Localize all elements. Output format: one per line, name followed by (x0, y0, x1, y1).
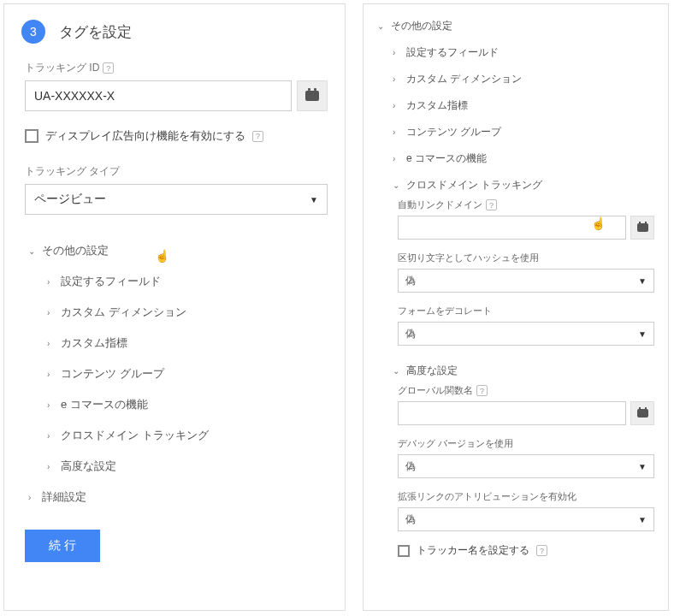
step-number-badge: 3 (21, 20, 45, 44)
global-fn-input[interactable] (398, 401, 626, 425)
tree-ecommerce[interactable]: › e コマースの機能 (25, 389, 328, 420)
tree-cross-domain[interactable]: › クロスドメイン トラッキング (25, 420, 328, 451)
chevron-right-icon: › (393, 74, 401, 84)
global-fn-label: グローバル関数名 ? (398, 384, 654, 397)
r-advanced-config[interactable]: ⌄ 高度な設定 (377, 358, 654, 384)
tracking-id-label: トラッキング ID ? (25, 61, 328, 75)
chevron-right-icon: › (47, 370, 56, 379)
r-fields-to-set[interactable]: › 設定するフィールド (377, 39, 654, 66)
display-ads-label: ディスプレイ広告向け機能を有効にする (45, 128, 245, 144)
caret-down-icon: ▼ (638, 515, 647, 524)
help-icon[interactable]: ? (486, 199, 497, 210)
auto-link-input[interactable] (398, 216, 626, 240)
caret-down-icon: ▼ (638, 329, 647, 339)
auto-link-label: 自動リンクドメイン ? (398, 198, 654, 211)
variable-picker-button[interactable] (630, 401, 654, 425)
r-cross-domain[interactable]: ⌄ クロスドメイン トラッキング (377, 172, 654, 198)
chevron-down-icon: ⌄ (377, 21, 386, 31)
settings-tree: ⌄ その他の設定 ☝ › 設定するフィールド › カスタム ディメンション › … (25, 235, 328, 512)
tree-fields-to-set[interactable]: › 設定するフィールド (25, 266, 328, 297)
caret-down-icon: ▼ (638, 276, 647, 286)
r-custom-metric[interactable]: › カスタム指標 (377, 92, 654, 119)
chevron-right-icon: › (28, 493, 37, 502)
chevron-right-icon: › (47, 308, 56, 317)
tracking-type-label: トラッキング タイプ (25, 164, 328, 179)
step-title: タグを設定 (59, 22, 132, 42)
tree-custom-dimension[interactable]: › カスタム ディメンション (25, 297, 328, 328)
variable-picker-button[interactable] (297, 80, 328, 111)
enhanced-link-select[interactable]: 偽▼ (398, 507, 654, 531)
help-icon[interactable]: ? (103, 62, 114, 74)
tracker-name-label: トラッカー名を設定する (417, 543, 529, 558)
tree-advanced-config[interactable]: › 高度な設定 (25, 451, 328, 482)
display-ads-checkbox[interactable] (25, 129, 38, 143)
left-panel: 3 タグを設定 トラッキング ID ? ディスプレイ広告向け機能を有効にする ?… (3, 3, 346, 611)
step-header: 3 タグを設定 (21, 20, 328, 44)
caret-down-icon: ▼ (638, 462, 647, 471)
brick-icon (637, 409, 648, 418)
tree-custom-metric[interactable]: › カスタム指標 (25, 328, 328, 358)
help-icon[interactable]: ? (476, 385, 488, 396)
tracking-type-select[interactable]: ページビュー ▼ (25, 184, 328, 215)
r-content-groups[interactable]: › コンテンツ グループ (377, 119, 654, 145)
debug-version-label: デバッグ バージョンを使用 (398, 437, 654, 450)
right-panel: ⌄ その他の設定 › 設定するフィールド › カスタム ディメンション › カス… (363, 3, 669, 611)
r-custom-dimension[interactable]: › カスタム ディメンション (377, 66, 654, 92)
help-icon[interactable]: ? (252, 131, 263, 142)
hash-delim-label: 区切り文字としてハッシュを使用 (398, 252, 654, 264)
tracking-id-input[interactable] (25, 80, 292, 111)
continue-button[interactable]: 続 行 (25, 530, 100, 562)
variable-picker-button[interactable] (630, 216, 654, 240)
r-other-settings[interactable]: ⌄ その他の設定 (377, 13, 654, 39)
chevron-down-icon: ⌄ (393, 366, 401, 376)
tree-content-groups[interactable]: › コンテンツ グループ (25, 358, 328, 389)
chevron-right-icon: › (47, 277, 56, 287)
chevron-right-icon: › (47, 462, 56, 471)
chevron-right-icon: › (47, 339, 56, 348)
chevron-right-icon: › (47, 431, 56, 441)
tree-detail-settings[interactable]: › 詳細設定 (25, 482, 328, 512)
decorate-form-select[interactable]: 偽▼ (398, 322, 654, 346)
tree-other-settings[interactable]: ⌄ その他の設定 (25, 235, 328, 266)
chevron-right-icon: › (393, 154, 401, 163)
tracker-name-checkbox[interactable] (398, 545, 410, 557)
chevron-down-icon: ⌄ (28, 246, 37, 256)
brick-icon (305, 91, 319, 101)
chevron-right-icon: › (393, 48, 401, 57)
r-ecommerce[interactable]: › e コマースの機能 (377, 145, 654, 172)
debug-version-select[interactable]: 偽▼ (398, 454, 654, 478)
chevron-right-icon: › (47, 400, 56, 410)
decorate-form-label: フォームをデコレート (398, 305, 654, 317)
enhanced-link-label: 拡張リンクのアトリビューションを有効化 (398, 490, 654, 503)
brick-icon (637, 223, 648, 232)
chevron-down-icon: ⌄ (393, 181, 401, 190)
hash-delim-select[interactable]: 偽▼ (398, 269, 654, 293)
caret-down-icon: ▼ (310, 195, 318, 204)
help-icon[interactable]: ? (536, 545, 547, 556)
chevron-right-icon: › (393, 127, 401, 137)
chevron-right-icon: › (393, 101, 401, 110)
